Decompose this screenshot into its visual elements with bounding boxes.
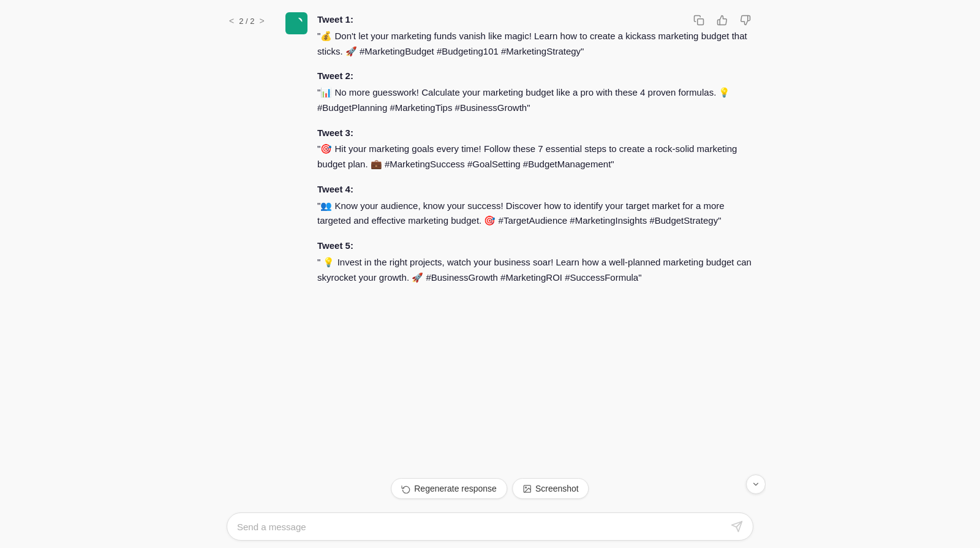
next-button[interactable]: > [257,15,266,27]
thumbs-up-button[interactable] [714,12,730,28]
tweet-2-label: Tweet 2: [317,69,753,84]
input-area [227,512,753,541]
screenshot-icon [522,484,532,493]
chatgpt-logo [285,12,307,34]
scroll-down-button[interactable] [746,474,766,494]
regenerate-button[interactable]: Regenerate response [391,478,507,499]
screenshot-label: Screenshot [535,484,579,493]
tweet-4-label: Tweet 4: [317,182,753,197]
thumbs-down-button[interactable] [737,12,753,28]
tweet-1-text: "💰 Don't let your marketing funds vanish… [317,29,753,59]
action-icons [691,12,753,28]
send-icon [731,520,743,533]
tweet-3-label: Tweet 3: [317,126,753,141]
tweet-5-label: Tweet 5: [317,238,753,254]
nav-controls: < 2 / 2 > [227,12,276,27]
send-button[interactable] [731,520,743,533]
tweet-2-text: "📊 No more guesswork! Calculate your mar… [317,85,753,116]
tweet-4-text: "👥 Know your audience, know your success… [317,199,753,229]
screenshot-button[interactable]: Screenshot [512,478,589,499]
svg-point-2 [525,487,526,488]
input-wrapper [227,512,753,541]
chevron-down-icon [752,480,760,489]
message-input[interactable] [237,522,731,532]
tweet-5-text: " 💡 Invest in the right projects, watch … [317,255,753,286]
message-content: Tweet 1: "💰 Don't let your marketing fun… [317,12,753,287]
bottom-toolbar: Regenerate response Screenshot [391,478,589,499]
regenerate-icon [401,484,410,493]
nav-counter: 2 / 2 [239,17,254,26]
regenerate-label: Regenerate response [414,484,497,493]
tweet-3-text: "🎯 Hit your marketing goals every time! … [317,142,753,172]
svg-rect-0 [698,19,704,25]
tweet-1-label: Tweet 1: [317,12,753,28]
prev-button[interactable]: < [227,15,236,27]
copy-button[interactable] [691,12,707,28]
